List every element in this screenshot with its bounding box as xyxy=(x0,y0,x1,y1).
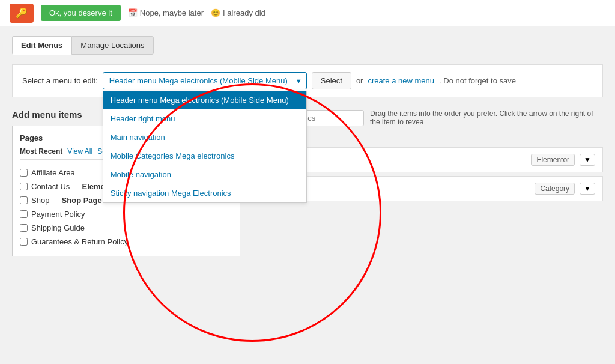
page-checkbox-affiliate[interactable] xyxy=(20,169,28,177)
ok-button[interactable]: Ok, you deserve it xyxy=(41,5,121,21)
select-menu-label: Select a menu to edit: xyxy=(22,76,98,85)
page-label-guarantees: Guarantees & Return Policy xyxy=(31,237,128,246)
custom-dropdown: Header menu Mega electronics (Mobile Sid… xyxy=(103,91,307,203)
expand-button-promotions[interactable]: ▼ xyxy=(580,154,595,166)
menu-badge-sport: Category xyxy=(535,183,575,195)
page-checkbox-contact[interactable] xyxy=(20,183,28,190)
page-checkbox-guarantees[interactable] xyxy=(20,238,28,246)
create-new-menu-link[interactable]: create a new menu xyxy=(368,76,434,85)
drag-note: Drag the items into the order you prefer… xyxy=(370,109,603,126)
nope-link[interactable]: 📅 Nope, maybe later xyxy=(128,8,204,17)
dropdown-item-0[interactable]: Header menu Mega electronics (Mobile Sid… xyxy=(103,91,306,109)
save-note: . Do not forget to save xyxy=(439,76,516,85)
dropdown-wrapper: Header menu Mega electronics (Mobile Sid… xyxy=(103,72,307,89)
expand-button-sport[interactable]: ▼ xyxy=(580,183,595,195)
dropdown-item-3[interactable]: Mobile Categories Mega electronics xyxy=(103,147,306,165)
dropdown-item-5[interactable]: Sticky navigation Mega Electronics xyxy=(103,184,306,202)
list-item: Shipping Guide xyxy=(20,221,232,235)
page-label-payment: Payment Policy xyxy=(31,210,85,219)
page-label-affiliate: Affiliate Area xyxy=(31,168,75,177)
menu-select-display[interactable]: Header menu Mega electronics (Mobile Sid… xyxy=(103,72,307,89)
select-menu-row: Select a menu to edit: Header menu Mega … xyxy=(12,64,603,97)
two-col-layout: Add menu items Pages Most Recent View Al… xyxy=(12,109,603,256)
selected-option-text: Header menu Mega electronics (Mobile Sid… xyxy=(109,76,288,85)
page-checkbox-shipping[interactable] xyxy=(20,224,28,232)
list-item: Payment Policy xyxy=(20,207,232,221)
smiley-icon: 😊 xyxy=(211,8,220,17)
tabs-container: Edit Menus Manage Locations xyxy=(12,36,603,55)
menu-item-right-sport: Category ▼ xyxy=(535,183,595,195)
key-icon: 🔑 xyxy=(16,7,28,19)
page-label-shipping: Shipping Guide xyxy=(31,223,85,232)
tab-manage-locations[interactable]: Manage Locations xyxy=(71,36,153,55)
dropdown-item-2[interactable]: Main navigation xyxy=(103,128,306,147)
menu-badge-promotions: Elementor xyxy=(531,154,575,166)
or-text: or xyxy=(356,76,363,85)
list-item: Guarantees & Return Policy xyxy=(20,235,232,249)
dropdown-item-1[interactable]: Header right menu xyxy=(103,109,306,128)
main-content: Edit Menus Manage Locations Select a men… xyxy=(0,26,615,364)
top-bar: 🔑 Ok, you deserve it 📅 Nope, maybe later… xyxy=(0,0,615,26)
dropdown-item-4[interactable]: Mobile navigation xyxy=(103,165,306,184)
menu-item-right-promotions: Elementor ▼ xyxy=(531,154,595,166)
page-checkbox-payment[interactable] xyxy=(20,210,28,218)
already-did-link[interactable]: 😊 I already did xyxy=(211,8,265,17)
dropdown-chevron-icon: ▼ xyxy=(295,77,302,85)
calendar-icon: 📅 xyxy=(128,8,138,17)
select-button[interactable]: Select xyxy=(312,72,351,89)
tab-edit-menus[interactable]: Edit Menus xyxy=(12,36,71,55)
pages-tab-view-all[interactable]: View All xyxy=(67,147,92,156)
page-label-shop: Shop — Shop Page xyxy=(31,196,102,205)
top-bar-icon: 🔑 xyxy=(10,4,34,23)
pages-tab-most-recent[interactable]: Most Recent xyxy=(20,147,62,156)
page-checkbox-shop[interactable] xyxy=(20,196,28,204)
